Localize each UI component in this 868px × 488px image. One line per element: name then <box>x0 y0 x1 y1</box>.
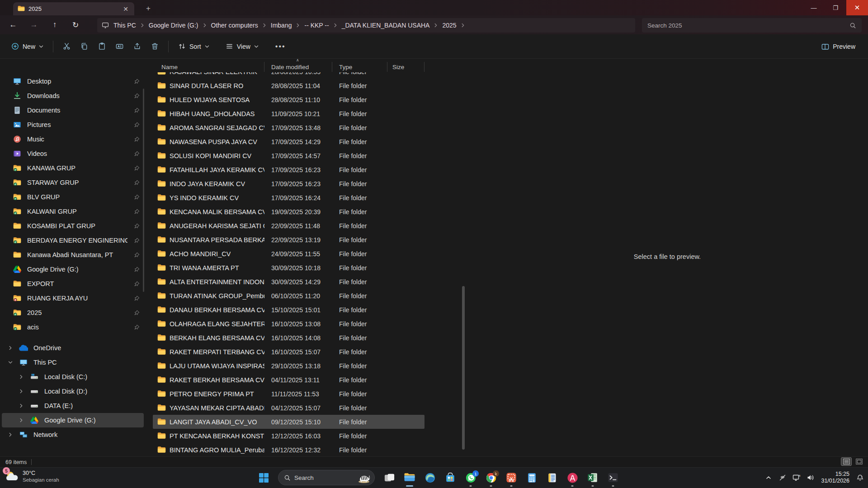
chevron-right-icon[interactable] <box>7 345 14 351</box>
breadcrumb-item[interactable]: Other computers <box>208 21 261 30</box>
taskbar-app-chrome[interactable]: k <box>481 468 500 487</box>
refresh-button[interactable]: ↻ <box>67 18 84 32</box>
share-button[interactable] <box>128 39 146 54</box>
breadcrumb-chevron-icon[interactable] <box>294 23 302 28</box>
new-button[interactable]: New <box>6 39 48 54</box>
sidebar-item-videos[interactable]: Videos <box>2 146 144 161</box>
sidebar-tree-network[interactable]: Network <box>2 427 144 442</box>
table-row[interactable]: RAJAWALI SINAR ELEKTRIK28/08/2025 10:55F… <box>153 72 469 79</box>
notification-bell-icon[interactable]: z <box>854 471 865 484</box>
sidebar-item-acis[interactable]: acis <box>2 320 144 334</box>
up-button[interactable]: ↑ <box>46 18 63 32</box>
address-bar[interactable]: This PCGoogle Drive (G:)Other computersI… <box>97 18 635 33</box>
explorer-tab[interactable]: 2025 ✕ <box>13 2 134 15</box>
chevron-right-icon[interactable] <box>18 374 24 380</box>
minimize-button[interactable]: — <box>803 0 825 15</box>
more-options-button[interactable]: ••• <box>271 39 290 54</box>
table-row[interactable]: HIBAH UANG_DHOLANDAS11/09/2025 10:21File… <box>153 107 469 121</box>
sidebar-item-kalwani-grup[interactable]: KALWANI GRUP <box>2 204 144 219</box>
sidebar-item-kosambi-plat-grup[interactable]: KOSAMBI PLAT GRUP <box>2 219 144 233</box>
taskbar-app-terminal[interactable] <box>604 468 623 487</box>
table-row[interactable]: FATAHILLAH JAYA KERAMIK CV17/09/2025 16:… <box>153 163 469 177</box>
paste-button[interactable] <box>93 39 111 54</box>
column-header-type[interactable]: Type <box>332 62 387 72</box>
table-row[interactable]: SINAR DUTA LASER RO28/08/2025 11:04File … <box>153 79 469 93</box>
table-row[interactable]: NAWASENA PUSPA JAYA CV17/09/2025 14:29Fi… <box>153 135 469 149</box>
table-row[interactable]: PETRO ENERGY PRIMA PT11/11/2025 11:53Fil… <box>153 387 469 401</box>
table-row[interactable]: INDO JAYA KERAMIK CV17/09/2025 16:23File… <box>153 177 469 191</box>
table-row[interactable]: BINTANG AGRO MULIA_Perubahan16/12/2025 1… <box>153 443 469 457</box>
sidebar-scrollbar[interactable] <box>143 89 144 292</box>
sidebar-tree-local-disk-c-[interactable]: Local Disk (C:) <box>2 370 144 384</box>
table-row[interactable]: ACHO MANDIRI_CV24/09/2025 11:55File fold… <box>153 247 469 261</box>
breadcrumb-chevron-icon[interactable] <box>432 23 439 28</box>
table-row[interactable]: NUSANTARA PERSADA BERKAH CV22/09/2025 13… <box>153 233 469 247</box>
column-header-date-modified[interactable]: Date modified <box>264 62 332 72</box>
file-list-scrollbar[interactable] <box>462 286 465 450</box>
sidebar-item-music[interactable]: Music <box>2 132 144 146</box>
table-row[interactable]: SOLUSI KOPI MANDIRI CV17/09/2025 14:57Fi… <box>153 149 469 163</box>
sidebar-item-berdaya-energy-enginering-bee-grup[interactable]: BERDAYA ENERGY ENGINERING (BEE) GRUP <box>2 233 144 248</box>
table-row[interactable]: YAYASAN MEKAR CIPTA ABADI04/12/2025 15:0… <box>153 401 469 415</box>
sidebar-item-documents[interactable]: Documents <box>2 103 144 117</box>
sidebar-item-downloads[interactable]: Downloads <box>2 89 144 103</box>
search-box[interactable]: Search 2025 <box>642 18 862 33</box>
sidebar-tree-data-e-[interactable]: DATA (E:) <box>2 399 144 413</box>
sidebar-item-google-drive-g-[interactable]: Google Drive (G:) <box>2 262 144 277</box>
taskbar-app-snipping-tool[interactable] <box>502 468 521 487</box>
breadcrumb-item[interactable]: Google Drive (G:) <box>146 21 201 30</box>
taskbar-app-edge[interactable] <box>420 468 439 487</box>
breadcrumb-item[interactable]: _DATA KLIEN_BADAN USAHA <box>339 21 433 30</box>
taskbar-app-notepad[interactable] <box>542 468 561 487</box>
taskbar-app-whatsapp[interactable]: 1 <box>461 468 480 487</box>
large-icons-view-toggle[interactable] <box>854 457 864 466</box>
start-button[interactable] <box>254 468 273 487</box>
table-row[interactable]: PT KENCANA BERKAH KONSTRUKSI_PT B...12/1… <box>153 429 469 443</box>
tray-volume-icon[interactable] <box>805 471 816 484</box>
breadcrumb-item[interactable]: Imbang <box>268 21 295 30</box>
delete-button[interactable] <box>146 39 164 54</box>
breadcrumb-chevron-icon[interactable] <box>261 23 268 28</box>
table-row[interactable]: LANGIT JAYA ABADI_CV_VO09/12/2025 15:10F… <box>153 415 425 429</box>
column-header-name[interactable]: Name <box>153 62 264 72</box>
sidebar-item-export[interactable]: EXPORT <box>2 277 144 291</box>
table-row[interactable]: HULED WIJAYA SENTOSA28/08/2025 11:10File… <box>153 93 469 107</box>
rename-button[interactable] <box>111 39 128 54</box>
sidebar-item-desktop[interactable]: Desktop <box>2 74 144 89</box>
taskbar-app-task-view[interactable] <box>380 468 399 487</box>
taskbar-app-file-explorer[interactable] <box>400 468 419 487</box>
taskbar-search[interactable]: Search <box>278 470 375 485</box>
table-row[interactable]: DANAU BERKAH BERSAMA CV15/10/2025 15:01F… <box>153 303 469 317</box>
sort-button[interactable]: Sort <box>173 39 214 54</box>
chevron-right-icon[interactable] <box>18 418 24 423</box>
sidebar-item-blv-grup[interactable]: BLV GRUP <box>2 190 144 204</box>
view-button[interactable]: View <box>221 39 264 54</box>
sidebar-tree-this-pc[interactable]: This PC <box>2 355 144 370</box>
table-row[interactable]: OLAHRAGA ELANG SEJAHTERA CV16/10/2025 13… <box>153 317 469 331</box>
breadcrumb-item[interactable]: This PC <box>111 21 139 30</box>
breadcrumb-chevron-icon[interactable] <box>139 23 146 28</box>
column-header-size[interactable]: Size <box>387 62 425 72</box>
back-button[interactable]: ← <box>5 18 22 32</box>
breadcrumb-item[interactable]: 2025 <box>439 21 459 30</box>
table-row[interactable]: KENCANA MALIK BERSAMA CV19/09/2025 20:39… <box>153 205 469 219</box>
sidebar-item-starway-grup[interactable]: STARWAY GRUP <box>2 175 144 190</box>
table-row[interactable]: AROMA SANGRAI SEJAGAD CV17/09/2025 13:48… <box>153 121 469 135</box>
table-row[interactable]: TURAN ATINAK GROUP_Pembubaran06/10/2025 … <box>153 289 469 303</box>
taskbar-app-microsoft-store[interactable] <box>441 468 460 487</box>
details-view-toggle[interactable] <box>841 457 852 466</box>
table-row[interactable]: ANUGERAH KARISMA SEJATI CV22/09/2025 11:… <box>153 219 469 233</box>
table-row[interactable]: BERKAH ELANG BERSAMA CV16/10/2025 14:08F… <box>153 331 469 345</box>
table-row[interactable]: YS INDO KERAMIK CV17/09/2025 16:24File f… <box>153 191 469 205</box>
chevron-down-icon[interactable] <box>7 360 14 365</box>
sidebar-tree-google-drive-g-[interactable]: Google Drive (G:) <box>2 413 144 427</box>
table-row[interactable]: RAKET MERPATI TERBANG CV16/10/2025 15:07… <box>153 345 469 359</box>
forward-button[interactable]: → <box>25 18 42 32</box>
table-row[interactable]: ALTA ENTERTAINMENT INDONESIA_PTP30/09/20… <box>153 275 469 289</box>
sidebar-item-ruang-kerja-ayu[interactable]: RUANG KERJA AYU <box>2 291 144 305</box>
copy-button[interactable] <box>75 39 93 54</box>
breadcrumb-chevron-icon[interactable] <box>201 23 208 28</box>
table-row[interactable]: LAJU UTAMA WIJAYA INSPIRASI CV29/10/2025… <box>153 359 469 373</box>
table-row[interactable]: RAKET BERKAH BERSAMA CV04/11/2025 13:11F… <box>153 373 469 387</box>
cut-button[interactable] <box>58 39 75 54</box>
